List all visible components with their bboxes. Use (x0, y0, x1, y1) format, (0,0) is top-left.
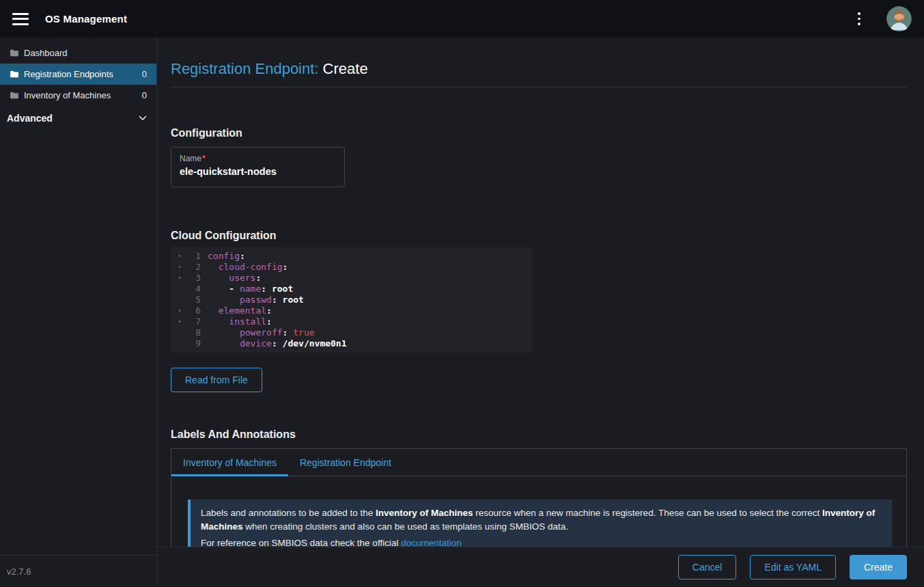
line-number: 5 (188, 295, 201, 305)
fold-spacer (171, 295, 188, 305)
code-line: 8 poweroff: true (171, 327, 533, 338)
code-line: 9 device: /dev/nvme0n1 (171, 338, 533, 349)
line-number: 3 (188, 273, 201, 284)
user-avatar[interactable] (886, 6, 912, 31)
sidebar: Dashboard Registration Endpoints 0 Inven… (0, 38, 157, 587)
name-input[interactable] (180, 166, 336, 177)
read-from-file-button[interactable]: Read from File (171, 368, 262, 392)
folder-icon (10, 70, 19, 78)
name-field-label: Name* (180, 154, 336, 163)
labels-annotations-heading: Labels And Annotations (171, 428, 907, 441)
cloud-config-code-editor[interactable]: ▾1config:▾2 cloud-config:▾3 users:4 - na… (171, 247, 533, 353)
line-number: 2 (188, 262, 201, 273)
code-line: 4 - name: root (171, 284, 533, 295)
fold-spacer (171, 327, 188, 338)
app-title: OS Management (45, 13, 127, 25)
banner-text-1: Labels and annotations to be added to th… (201, 506, 882, 534)
sidebar-group-label: Advanced (7, 113, 139, 124)
create-button[interactable]: Create (850, 555, 907, 579)
hamburger-menu-icon[interactable] (12, 13, 29, 25)
fold-arrow-icon[interactable]: ▾ (171, 316, 188, 327)
sidebar-group-advanced[interactable]: Advanced (0, 107, 156, 128)
title-divider (171, 87, 907, 87)
line-number: 1 (188, 251, 201, 262)
fold-spacer (171, 284, 188, 295)
line-number: 7 (188, 316, 201, 327)
code-line: 5 passwd: root (171, 295, 533, 305)
tab-panel: Labels and annotations to be added to th… (171, 476, 906, 558)
code-line: ▾7 install: (171, 316, 533, 327)
app-root: OS Management Dashboard (0, 0, 924, 587)
code-line: ▾1config: (171, 251, 533, 262)
footer-action-bar: Cancel Edit as YAML Create (157, 547, 924, 587)
code-line-text: config: (208, 251, 245, 262)
sidebar-item-inventory-of-machines[interactable]: Inventory of Machines 0 (0, 85, 156, 106)
sidebar-item-count: 0 (142, 90, 147, 100)
folder-icon (10, 49, 19, 57)
code-line-text: cloud-config: (208, 262, 288, 273)
sidebar-item-dashboard[interactable]: Dashboard (0, 42, 156, 64)
fold-arrow-icon[interactable]: ▾ (171, 262, 188, 273)
code-line-text: device: /dev/nvme0n1 (208, 338, 347, 349)
code-line-text: - name: root (208, 284, 293, 295)
name-field[interactable]: Name* (171, 147, 345, 187)
fold-arrow-icon[interactable]: ▾ (171, 273, 188, 284)
required-marker: * (202, 154, 206, 163)
tab-row: Inventory of Machines Registration Endpo… (171, 449, 906, 476)
cancel-button[interactable]: Cancel (678, 555, 737, 579)
kebab-menu-icon[interactable] (850, 10, 869, 29)
code-line-text: install: (208, 316, 272, 327)
edit-as-yaml-button[interactable]: Edit as YAML (750, 555, 836, 579)
code-editor-lines: ▾1config:▾2 cloud-config:▾3 users:4 - na… (171, 251, 533, 349)
folder-icon (10, 92, 19, 99)
line-number: 9 (188, 338, 201, 349)
sidebar-item-registration-endpoints[interactable]: Registration Endpoints 0 (0, 64, 156, 85)
configuration-heading: Configuration (171, 127, 907, 139)
fold-arrow-icon[interactable]: ▾ (171, 305, 188, 316)
code-line-text: users: (208, 273, 261, 284)
code-line-text: poweroff: true (208, 327, 315, 338)
code-line-text: passwd: root (208, 295, 304, 305)
labels-tab-container: Inventory of Machines Registration Endpo… (171, 448, 907, 558)
top-header: OS Management (0, 0, 924, 38)
page-title-action: Create (323, 60, 368, 77)
fold-spacer (171, 338, 188, 349)
cloud-configuration-heading: Cloud Configuration (171, 230, 907, 242)
code-line: ▾6 elemental: (171, 305, 533, 316)
tab-inventory-of-machines[interactable]: Inventory of Machines (171, 449, 288, 476)
version-label: v2.7.6 (0, 555, 156, 587)
chevron-down-icon (139, 115, 147, 121)
tab-registration-endpoint[interactable]: Registration Endpoint (288, 449, 403, 476)
sidebar-item-label: Inventory of Machines (24, 90, 142, 100)
fold-arrow-icon[interactable]: ▾ (171, 251, 188, 262)
page-title-resource: Registration Endpoint: (171, 60, 318, 77)
code-line-text: elemental: (208, 305, 272, 316)
line-number: 8 (188, 327, 201, 338)
page-title: Registration Endpoint: Create (171, 60, 907, 78)
line-number: 4 (188, 284, 201, 295)
code-line: ▾3 users: (171, 273, 533, 284)
sidebar-item-label: Registration Endpoints (24, 69, 142, 79)
sidebar-item-count: 0 (142, 69, 147, 79)
main-content: Registration Endpoint: Create Configurat… (157, 38, 924, 587)
avatar-image (886, 6, 912, 31)
code-line: ▾2 cloud-config: (171, 262, 533, 273)
body-row: Dashboard Registration Endpoints 0 Inven… (0, 38, 924, 587)
sidebar-item-label: Dashboard (24, 48, 147, 58)
line-number: 6 (188, 305, 201, 316)
